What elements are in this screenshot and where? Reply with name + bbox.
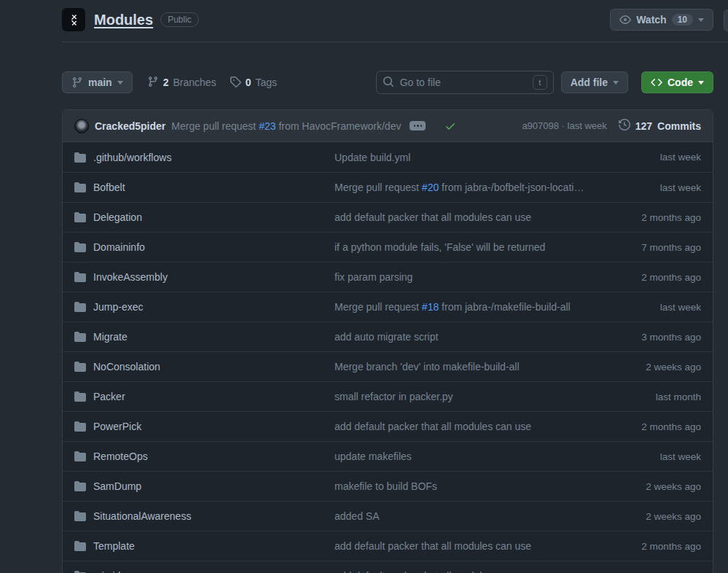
- row-commit-message-link[interactable]: Update build.yml: [334, 152, 410, 163]
- comment-ellipsis-icon[interactable]: [410, 121, 426, 130]
- repo-avatar[interactable]: [62, 8, 85, 31]
- commit-time[interactable]: last week: [584, 302, 701, 313]
- row-commit-message-link[interactable]: added SA: [334, 510, 380, 522]
- commit-message-link[interactable]: Merge pull request #23 from HavocFramewo…: [171, 120, 401, 132]
- commit-message-cell: Merge pull request #20 from jabra-/bofbe…: [334, 182, 584, 193]
- code-icon: [651, 77, 662, 88]
- row-commit-message-link[interactable]: Merge pull request: [334, 182, 419, 193]
- commit-time[interactable]: last month: [584, 391, 701, 402]
- row-commit-message-link[interactable]: add default packer that all modules can …: [334, 421, 531, 432]
- go-to-file-input[interactable]: [400, 77, 527, 88]
- file-name-link[interactable]: InvokeAssembly: [93, 271, 168, 283]
- folder-icon: [74, 331, 86, 343]
- file-name-link[interactable]: mimidrv: [93, 570, 129, 573]
- commits-count: 127: [635, 120, 652, 132]
- file-name-cell: Delegation: [74, 211, 334, 223]
- code-button[interactable]: Code: [641, 71, 713, 93]
- header-extra-button[interactable]: [724, 9, 728, 31]
- file-name-link[interactable]: Template: [93, 540, 135, 552]
- folder-icon: [74, 510, 86, 522]
- commit-time[interactable]: last week: [584, 152, 701, 163]
- row-commit-message-link[interactable]: fix param parsing: [334, 271, 412, 283]
- commit-time[interactable]: last week: [584, 182, 701, 193]
- table-row: RemoteOps update makefiles last week: [63, 441, 713, 471]
- file-name-link[interactable]: Migrate: [93, 331, 128, 343]
- row-commit-message-link[interactable]: from jabra-/bofbelt-json-location: [442, 182, 584, 193]
- file-name-link[interactable]: Delegation: [93, 211, 142, 223]
- commit-sha-time[interactable]: a907098 · last week: [522, 120, 606, 131]
- commit-time[interactable]: 2 months ago: [584, 212, 701, 223]
- tags-link[interactable]: 0 Tags: [230, 76, 277, 90]
- commit-author-link[interactable]: Cracked5pider: [95, 120, 165, 132]
- file-name-cell: Migrate: [74, 331, 334, 343]
- table-row: Bofbelt Merge pull request #20 from jabr…: [63, 172, 713, 202]
- file-name-link[interactable]: PowerPick: [93, 421, 141, 432]
- commit-time[interactable]: 2 weeks ago: [584, 362, 701, 373]
- row-commit-message-link[interactable]: if a python module fails, 'False' will b…: [334, 241, 545, 253]
- latest-commit-bar: Cracked5pider Merge pull request #23 fro…: [63, 110, 713, 142]
- commit-message-cell: Merge branch 'dev' into makefile-build-a…: [334, 361, 584, 373]
- commit-time[interactable]: 2 months ago: [584, 421, 701, 432]
- row-commit-message-link[interactable]: add default packer that all modules can …: [334, 211, 531, 223]
- folder-icon: [74, 451, 86, 462]
- commit-time[interactable]: 2 weeks ago: [584, 481, 701, 492]
- file-name-link[interactable]: SamDump: [93, 480, 141, 492]
- commit-history-link[interactable]: 127 Commits: [619, 119, 701, 133]
- commit-time[interactable]: 2 months ago: [584, 571, 701, 573]
- file-name-link[interactable]: Jump-exec: [93, 301, 143, 313]
- commit-message-cell: add default packer that all modules can …: [334, 421, 584, 432]
- commit-time[interactable]: 7 months ago: [584, 242, 701, 253]
- table-row: Delegation add default packer that all m…: [63, 202, 713, 232]
- commit-time[interactable]: 3 months ago: [584, 332, 701, 343]
- row-commit-message-link[interactable]: Merge branch 'dev' into makefile-build-a…: [334, 361, 520, 373]
- commit-time[interactable]: 2 months ago: [584, 272, 701, 283]
- row-commit-message-link[interactable]: makefile to build BOFs: [334, 480, 437, 492]
- folder-icon: [74, 421, 86, 432]
- watch-button[interactable]: Watch 10: [610, 9, 713, 31]
- check-icon[interactable]: [445, 120, 456, 132]
- row-commit-message-link[interactable]: update makefiles: [334, 451, 412, 462]
- commit-author-avatar[interactable]: [74, 119, 89, 133]
- eye-icon: [619, 14, 631, 26]
- file-name-link[interactable]: .github/workflows: [93, 152, 171, 163]
- row-commit-message-link[interactable]: add default packer that all modules can …: [334, 570, 531, 573]
- table-row: mimidrv add default packer that all modu…: [63, 561, 713, 573]
- pr-number-link[interactable]: #18: [422, 301, 439, 313]
- shortcut-key-hint: t: [533, 75, 547, 90]
- pr-number-link[interactable]: #20: [422, 182, 439, 193]
- row-commit-message-link[interactable]: Merge pull request: [334, 301, 419, 313]
- pr-number-link[interactable]: #23: [259, 120, 275, 132]
- file-name-link[interactable]: SituationalAwareness: [93, 510, 191, 522]
- commit-message-text: from HavocFramework/dev: [278, 120, 401, 132]
- search-icon: [383, 76, 394, 90]
- file-name-link[interactable]: Bofbelt: [93, 182, 125, 193]
- tags-label: Tags: [255, 77, 277, 88]
- add-file-label: Add file: [571, 77, 608, 88]
- table-row: Domaininfo if a python module fails, 'Fa…: [63, 232, 713, 262]
- branch-selector[interactable]: main: [62, 71, 133, 93]
- table-row: .github/workflows Update build.yml last …: [63, 142, 713, 172]
- add-file-button[interactable]: Add file: [561, 71, 628, 93]
- code-label: Code: [668, 77, 693, 88]
- folder-icon: [74, 182, 86, 193]
- file-name-link[interactable]: Packer: [93, 391, 125, 402]
- row-commit-message-link[interactable]: small refactor in packer.py: [334, 391, 453, 402]
- file-name-link[interactable]: RemoteOps: [93, 451, 148, 462]
- go-to-file-search[interactable]: t: [376, 71, 554, 94]
- commit-time[interactable]: 2 weeks ago: [584, 511, 701, 522]
- branches-link[interactable]: 2 Branches: [147, 76, 216, 90]
- git-branch-icon: [147, 76, 159, 90]
- commit-time[interactable]: 2 months ago: [584, 541, 701, 552]
- row-commit-message-link[interactable]: from jabra-/makefile-build-all: [442, 301, 571, 313]
- commit-message-cell: small refactor in packer.py: [334, 391, 584, 402]
- repo-header: Modules Public Watch 10: [62, 0, 713, 31]
- file-name-link[interactable]: Domaininfo: [93, 241, 145, 253]
- commit-time[interactable]: last week: [584, 451, 701, 462]
- file-name-link[interactable]: NoConsolation: [93, 361, 160, 373]
- repo-title-link[interactable]: Modules: [94, 12, 153, 28]
- commit-message-cell: if a python module fails, 'False' will b…: [334, 241, 584, 253]
- row-commit-message-link[interactable]: add default packer that all modules can …: [334, 540, 531, 552]
- table-row: Template add default packer that all mod…: [63, 531, 713, 561]
- row-commit-message-link[interactable]: add auto migrate script: [334, 331, 438, 343]
- commit-message-cell: add default packer that all modules can …: [334, 211, 584, 223]
